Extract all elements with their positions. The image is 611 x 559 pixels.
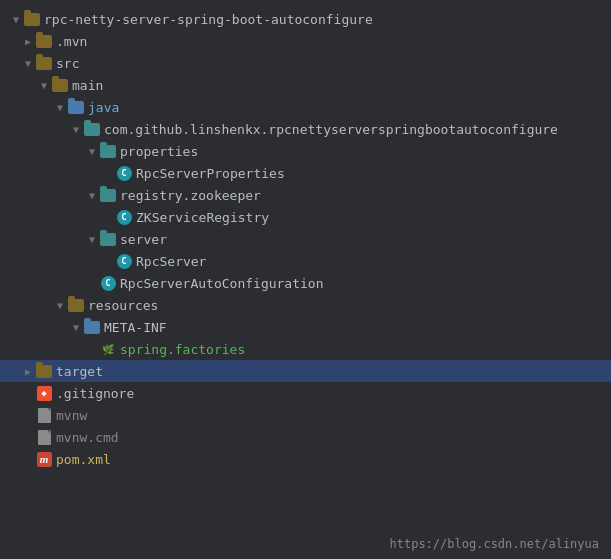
- tree-item-RpcServer[interactable]: CRpcServer: [0, 250, 611, 272]
- arrow-main: [36, 80, 52, 91]
- label-mvnw: mvnw: [56, 408, 87, 423]
- label-META-INF: META-INF: [104, 320, 167, 335]
- icon-mvnw.cmd: [36, 429, 52, 445]
- icon-main: [52, 77, 68, 93]
- tree-item-java[interactable]: java: [0, 96, 611, 118]
- icon-mvn: [36, 33, 52, 49]
- label-java: java: [88, 100, 119, 115]
- arrow-resources: [52, 300, 68, 311]
- icon-mvnw: [36, 407, 52, 423]
- root-folder-icon: [24, 11, 40, 27]
- tree-item-pom.xml[interactable]: mpom.xml: [0, 448, 611, 470]
- label-RpcServer: RpcServer: [136, 254, 206, 269]
- icon-properties: [100, 143, 116, 159]
- arrow-META-INF: [68, 322, 84, 333]
- icon-spring.factories: 🌿: [100, 341, 116, 357]
- arrow-java: [52, 102, 68, 113]
- label-server: server: [120, 232, 167, 247]
- label-registry: registry.zookeeper: [120, 188, 261, 203]
- arrow-properties: [84, 146, 100, 157]
- label-RpcServerProperties: RpcServerProperties: [136, 166, 285, 181]
- label-ZKServiceRegistry: ZKServiceRegistry: [136, 210, 269, 225]
- label-resources: resources: [88, 298, 158, 313]
- icon-ZKServiceRegistry: C: [116, 209, 132, 225]
- arrow-registry: [84, 190, 100, 201]
- tree-item-com[interactable]: com.github.linshenkx.rpcnettyserversprin…: [0, 118, 611, 140]
- tree-item-RpcServerAutoConfiguration[interactable]: CRpcServerAutoConfiguration: [0, 272, 611, 294]
- icon-java: [68, 99, 84, 115]
- tree-item-META-INF[interactable]: META-INF: [0, 316, 611, 338]
- icon-server: [100, 231, 116, 247]
- icon-RpcServerAutoConfiguration: C: [100, 275, 116, 291]
- label-mvn: .mvn: [56, 34, 87, 49]
- tree-item-target[interactable]: target: [0, 360, 611, 382]
- label-main: main: [72, 78, 103, 93]
- tree-item-server[interactable]: server: [0, 228, 611, 250]
- tree-item-mvn[interactable]: .mvn: [0, 30, 611, 52]
- label-target: target: [56, 364, 103, 379]
- label-.gitignore: .gitignore: [56, 386, 134, 401]
- url-text: https://blog.csdn.net/alinyua: [389, 537, 599, 551]
- tree-item-ZKServiceRegistry[interactable]: CZKServiceRegistry: [0, 206, 611, 228]
- arrow-com: [68, 124, 84, 135]
- arrow-target: [20, 366, 36, 377]
- tree-root[interactable]: rpc-netty-server-spring-boot-autoconfigu…: [0, 8, 611, 30]
- tree-item-registry[interactable]: registry.zookeeper: [0, 184, 611, 206]
- label-src: src: [56, 56, 79, 71]
- icon-RpcServer: C: [116, 253, 132, 269]
- tree-item-properties[interactable]: properties: [0, 140, 611, 162]
- icon-RpcServerProperties: C: [116, 165, 132, 181]
- icon-com: [84, 121, 100, 137]
- icon-src: [36, 55, 52, 71]
- label-properties: properties: [120, 144, 198, 159]
- icon-.gitignore: [36, 385, 52, 401]
- icon-registry: [100, 187, 116, 203]
- icon-target: [36, 363, 52, 379]
- arrow-src: [20, 58, 36, 69]
- tree-item-src[interactable]: src: [0, 52, 611, 74]
- tree-item-.gitignore[interactable]: .gitignore: [0, 382, 611, 404]
- arrow-server: [84, 234, 100, 245]
- label-pom.xml: pom.xml: [56, 452, 111, 467]
- tree-item-spring.factories[interactable]: 🌿spring.factories: [0, 338, 611, 360]
- root-label: rpc-netty-server-spring-boot-autoconfigu…: [44, 12, 373, 27]
- label-mvnw.cmd: mvnw.cmd: [56, 430, 119, 445]
- tree-item-main[interactable]: main: [0, 74, 611, 96]
- file-tree: rpc-netty-server-spring-boot-autoconfigu…: [0, 0, 611, 559]
- icon-pom.xml: m: [36, 451, 52, 467]
- tree-item-RpcServerProperties[interactable]: CRpcServerProperties: [0, 162, 611, 184]
- label-com: com.github.linshenkx.rpcnettyserversprin…: [104, 122, 558, 137]
- tree-item-resources[interactable]: resources: [0, 294, 611, 316]
- root-arrow: [8, 14, 24, 25]
- icon-resources: [68, 297, 84, 313]
- label-spring.factories: spring.factories: [120, 342, 245, 357]
- tree-item-mvnw[interactable]: mvnw: [0, 404, 611, 426]
- tree-item-mvnw.cmd[interactable]: mvnw.cmd: [0, 426, 611, 448]
- arrow-mvn: [20, 36, 36, 47]
- label-RpcServerAutoConfiguration: RpcServerAutoConfiguration: [120, 276, 324, 291]
- icon-META-INF: [84, 319, 100, 335]
